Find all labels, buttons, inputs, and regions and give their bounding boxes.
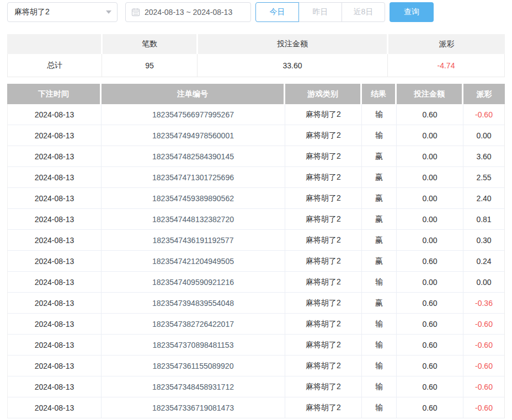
bet-time-cell: 2024-08-13: [8, 397, 102, 418]
table-row: 2024-08-131823547448132382720麻将胡了2赢0.000…: [8, 209, 504, 230]
bet-time-cell: 2024-08-13: [8, 272, 102, 292]
bet-amount-cell: 0.60: [397, 314, 463, 334]
bet-time-cell: 2024-08-13: [8, 376, 102, 397]
payout-cell: -0.36: [463, 293, 504, 313]
query-button[interactable]: 查询: [390, 2, 434, 22]
report-page: 麻将胡了2 2024-08-13 ~ 2024-08-13 今日 昨日 近8日: [0, 0, 512, 418]
bet-amount-cell: 0.00: [397, 188, 463, 208]
bet-time-cell: 2024-08-13: [8, 167, 102, 187]
col-header-payout: 派彩: [463, 84, 505, 104]
quick-range-group: 今日 昨日 近8日: [255, 2, 385, 22]
result-cell: 赢: [362, 188, 397, 208]
bet-time-cell: 2024-08-13: [8, 314, 102, 334]
table-row: 2024-08-131823547471301725696麻将胡了2赢0.002…: [8, 167, 504, 188]
result-cell: 赢: [362, 251, 397, 271]
game-type-cell: 麻将胡了2: [285, 209, 362, 229]
payout-cell: 0.00: [463, 125, 504, 146]
bet-amount-cell: 0.60: [397, 104, 463, 125]
game-type-cell: 麻将胡了2: [285, 104, 362, 125]
quick-btn-yesterday[interactable]: 昨日: [298, 2, 342, 22]
bet-time-cell: 2024-08-13: [8, 251, 102, 271]
chevron-down-icon: [106, 10, 111, 14]
table-row: 2024-08-131823547370898481153麻将胡了2输0.60-…: [8, 335, 504, 356]
result-cell: 输: [362, 335, 397, 355]
result-cell: 输: [362, 376, 397, 397]
game-type-cell: 麻将胡了2: [285, 125, 362, 146]
summary-total-count: 95: [102, 54, 198, 77]
game-type-cell: 麻将胡了2: [285, 314, 362, 334]
table-row: 2024-08-131823547336719081473麻将胡了2输0.60-…: [8, 397, 504, 418]
payout-cell: 2.40: [463, 188, 504, 208]
result-cell: 输: [362, 356, 397, 376]
bet-id-cell: 1823547459389890562: [102, 188, 285, 208]
bet-id-cell: 1823547482584390145: [102, 146, 285, 166]
table-row: 2024-08-131823547361155089920麻将胡了2输0.60-…: [8, 356, 504, 376]
col-header-bet-time: 下注时间: [7, 84, 100, 104]
bet-amount-cell: 0.60: [397, 293, 463, 313]
summary-header-blank: [7, 34, 101, 54]
result-cell: 赢: [362, 167, 397, 187]
game-select[interactable]: 麻将胡了2: [7, 2, 118, 22]
game-type-cell: 麻将胡了2: [285, 272, 362, 292]
summary-header-count: 笔数: [103, 34, 196, 54]
result-cell: 输: [362, 104, 397, 125]
bet-amount-cell: 0.60: [397, 335, 463, 355]
calendar-icon: [131, 8, 140, 17]
summary-total-payout: -4.74: [388, 54, 504, 77]
result-cell: 赢: [362, 146, 397, 166]
payout-cell: 0.81: [463, 209, 504, 229]
bet-table-header: 下注时间注单编号游戏类别结果投注金额派彩: [7, 84, 505, 104]
bet-id-cell: 1823547448132382720: [102, 209, 285, 229]
col-header-game-type: 游戏类别: [285, 84, 360, 104]
bet-id-cell: 1823547382726422017: [102, 314, 285, 334]
summary-total-row: 总计 95 33.60 -4.74: [7, 54, 505, 77]
bet-id-cell: 1823547361155089920: [102, 356, 285, 376]
col-header-bet-amount: 投注金额: [397, 84, 462, 104]
result-cell: 输: [362, 314, 397, 334]
bet-table-rows: 2024-08-131823547566977995267麻将胡了2输0.60-…: [7, 104, 505, 418]
quick-btn-last8days[interactable]: 近8日: [342, 2, 385, 22]
table-row: 2024-08-131823547494978560001麻将胡了2输0.000…: [8, 125, 504, 146]
bet-amount-cell: 0.00: [397, 209, 463, 229]
bet-amount-cell: 0.00: [397, 125, 463, 146]
bet-records-table: 下注时间注单编号游戏类别结果投注金额派彩 2024-08-13182354756…: [7, 84, 505, 418]
summary-table: 笔数 投注金额 派彩 总计 95 33.60 -4.74: [7, 34, 505, 77]
bet-amount-cell: 0.00: [397, 272, 463, 292]
summary-header-payout: 派彩: [388, 34, 505, 54]
bet-id-cell: 1823547348458931712: [102, 376, 285, 397]
table-row: 2024-08-131823547409590921216麻将胡了2输0.000…: [8, 272, 504, 293]
result-cell: 输: [362, 397, 397, 418]
bet-id-cell: 1823547421204949505: [102, 251, 285, 271]
result-cell: 赢: [362, 230, 397, 250]
payout-cell: -0.60: [463, 376, 504, 397]
payout-cell: 0.00: [463, 272, 504, 292]
summary-total-label: 总计: [8, 54, 102, 77]
bet-id-cell: 1823547494978560001: [102, 125, 285, 146]
table-row: 2024-08-131823547382726422017麻将胡了2输0.60-…: [8, 314, 504, 335]
game-type-cell: 麻将胡了2: [285, 397, 362, 418]
table-row: 2024-08-131823547459389890562麻将胡了2赢0.002…: [8, 188, 504, 209]
payout-cell: -0.60: [463, 314, 504, 334]
bet-amount-cell: 0.00: [397, 146, 463, 166]
date-range-picker[interactable]: 2024-08-13 ~ 2024-08-13: [125, 2, 251, 22]
bet-time-cell: 2024-08-13: [8, 146, 102, 166]
bet-time-cell: 2024-08-13: [8, 188, 102, 208]
bet-amount-cell: 0.60: [397, 397, 463, 418]
bet-time-cell: 2024-08-13: [8, 104, 102, 125]
payout-cell: 3.60: [463, 146, 504, 166]
bet-id-cell: 1823547394839554048: [102, 293, 285, 313]
quick-btn-today[interactable]: 今日: [255, 2, 299, 22]
game-type-cell: 麻将胡了2: [285, 293, 362, 313]
bet-time-cell: 2024-08-13: [8, 335, 102, 355]
bet-id-cell: 1823547409590921216: [102, 272, 285, 292]
payout-cell: 0.30: [463, 230, 504, 250]
date-range-value: 2024-08-13 ~ 2024-08-13: [145, 8, 232, 17]
game-type-cell: 麻将胡了2: [285, 167, 362, 187]
payout-cell: 2.55: [463, 167, 504, 187]
result-cell: 输: [362, 125, 397, 146]
game-type-cell: 麻将胡了2: [285, 146, 362, 166]
bet-id-cell: 1823547436191192577: [102, 230, 285, 250]
game-type-cell: 麻将胡了2: [285, 376, 362, 397]
summary-header-bet-amount: 投注金额: [198, 34, 387, 54]
payout-cell: -0.60: [463, 356, 504, 376]
